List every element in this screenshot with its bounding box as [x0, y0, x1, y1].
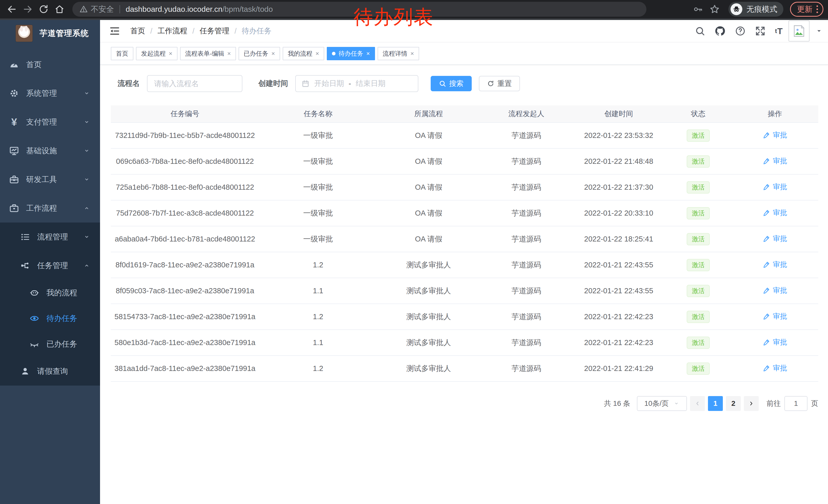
- sidebar-item-task-management[interactable]: 任务管理: [0, 251, 100, 280]
- audit-button[interactable]: 审批: [762, 337, 787, 347]
- chrome-update-button[interactable]: 更新: [790, 2, 823, 17]
- audit-button[interactable]: 审批: [762, 363, 787, 373]
- table-row: 580e1b3d-7ac8-11ec-a9e2-a2380e71991a 1.1…: [111, 330, 818, 356]
- status-badge: 激活: [687, 336, 710, 349]
- page-suffix: 页: [811, 399, 818, 408]
- task-id: 73211d9d-7b9b-11ec-b5b7-acde48001122: [111, 131, 259, 140]
- chevron-down-icon: [83, 119, 90, 126]
- chevron-down-icon: [83, 147, 90, 154]
- date-range-picker[interactable]: 开始日期 - 结束日期: [295, 75, 418, 92]
- process-name: 测试多审批人: [377, 364, 480, 374]
- reset-button[interactable]: 重置: [479, 76, 520, 91]
- search-icon[interactable]: [695, 26, 705, 36]
- close-icon[interactable]: ×: [316, 50, 319, 57]
- col-create-time: 创建时间: [573, 109, 665, 119]
- sidebar-item-dev-tools[interactable]: 研发工具: [0, 165, 100, 194]
- close-icon[interactable]: ×: [227, 50, 231, 57]
- audit-button[interactable]: 审批: [762, 286, 787, 295]
- audit-button[interactable]: 审批: [762, 130, 787, 140]
- process-name: OA 请假: [377, 156, 480, 167]
- tab-home[interactable]: 首页: [111, 47, 133, 60]
- process-name: OA 请假: [377, 182, 480, 192]
- tab-start-process[interactable]: 发起流程 ×: [136, 47, 177, 60]
- app-logo-row[interactable]: 芋道管理系统: [0, 20, 100, 47]
- back-icon[interactable]: [5, 2, 19, 16]
- close-icon[interactable]: ×: [410, 50, 414, 57]
- sidebar-collapse-icon[interactable]: [109, 26, 120, 36]
- process-name: OA 请假: [377, 131, 480, 141]
- sidebar-item-payment[interactable]: ¥ 支付管理: [0, 108, 100, 136]
- sidebar-item-my-process[interactable]: 我的流程: [0, 280, 100, 306]
- page-button-1[interactable]: 1: [708, 396, 723, 411]
- page-button-2[interactable]: 2: [726, 396, 741, 411]
- task-table: 任务编号 任务名称 所属流程 流程发起人 创建时间 状态 操作 73211d9d…: [111, 105, 818, 382]
- password-key-icon[interactable]: [693, 4, 703, 14]
- audit-button[interactable]: 审批: [762, 182, 787, 192]
- sidebar-item-system[interactable]: 系统管理: [0, 79, 100, 108]
- create-time: 2022-01-22 23:53:32: [573, 131, 665, 140]
- page-size-select[interactable]: 10条/页: [637, 396, 687, 411]
- create-time: 2022-01-21 22:43:55: [573, 287, 665, 295]
- url-path: /bpm/task/todo: [222, 5, 273, 13]
- close-icon[interactable]: ×: [366, 50, 370, 57]
- sidebar-item-done-tasks[interactable]: 已办任务: [0, 331, 100, 357]
- audit-button[interactable]: 审批: [762, 156, 787, 166]
- status-badge: 激活: [687, 363, 710, 375]
- sidebar-item-workflow[interactable]: 工作流程: [0, 194, 100, 223]
- process-starter: 芋道源码: [480, 234, 573, 244]
- robot-face-icon: [29, 288, 40, 297]
- fullscreen-icon[interactable]: [755, 26, 766, 36]
- start-date-placeholder[interactable]: 开始日期: [314, 79, 344, 89]
- incognito-icon: [731, 3, 742, 15]
- breadcrumb-home[interactable]: 首页: [130, 26, 145, 36]
- next-page-button[interactable]: [744, 396, 759, 411]
- status-badge: 激活: [687, 311, 710, 323]
- sidebar-item-home[interactable]: 首页: [0, 50, 100, 79]
- create-time: 2022-01-22 21:37:30: [573, 183, 665, 191]
- search-button[interactable]: 搜索: [431, 76, 472, 91]
- close-icon[interactable]: ×: [272, 50, 275, 57]
- text-size-icon[interactable]: tT: [775, 26, 783, 36]
- user-icon: [20, 366, 31, 376]
- table-row: a6aba0a4-7b6d-11ec-b781-acde48001122 一级审…: [111, 226, 818, 252]
- sidebar-item-leave-query[interactable]: 请假查询: [0, 357, 100, 385]
- tab-done-tasks[interactable]: 已办任务 ×: [239, 47, 280, 60]
- prev-page-button[interactable]: [690, 396, 705, 411]
- goto-page-input[interactable]: [784, 396, 808, 411]
- home-icon[interactable]: [52, 2, 67, 16]
- sidebar-item-process-management[interactable]: 流程管理: [0, 223, 100, 251]
- chevron-down-icon: [673, 401, 679, 407]
- end-date-placeholder[interactable]: 结束日期: [356, 79, 385, 89]
- tab-process-detail[interactable]: 流程详情 ×: [378, 47, 419, 60]
- sidebar-item-infrastructure[interactable]: 基础设施: [0, 136, 100, 165]
- breadcrumb-workflow[interactable]: 工作流程: [158, 26, 187, 36]
- avatar-caret-icon[interactable]: [816, 28, 822, 34]
- table-row: 8f0d1619-7ac8-11ec-a9e2-a2380e71991a 1.2…: [111, 252, 818, 278]
- forward-icon[interactable]: [20, 2, 35, 16]
- help-icon[interactable]: [735, 26, 746, 36]
- col-task-name: 任务名称: [259, 109, 377, 119]
- audit-button[interactable]: 审批: [762, 260, 787, 269]
- process-name: OA 请假: [377, 234, 480, 244]
- avatar[interactable]: [788, 20, 810, 42]
- incognito-label: 无痕模式: [746, 4, 777, 15]
- audit-button[interactable]: 审批: [762, 312, 787, 321]
- tab-my-process[interactable]: 我的流程 ×: [283, 47, 324, 60]
- audit-button[interactable]: 审批: [762, 234, 787, 243]
- table-body: 73211d9d-7b9b-11ec-b5b7-acde48001122 一级审…: [111, 123, 818, 382]
- tab-process-form-edit[interactable]: 流程表单-编辑 ×: [180, 47, 236, 60]
- tab-todo-tasks[interactable]: 待办任务 ×: [327, 47, 375, 60]
- process-name-label: 流程名: [118, 79, 140, 89]
- audit-button[interactable]: 审批: [762, 208, 787, 218]
- chrome-menu-icon[interactable]: [817, 5, 818, 13]
- process-name-input[interactable]: [147, 75, 242, 92]
- pen-icon: [762, 313, 770, 320]
- github-icon[interactable]: [714, 26, 726, 37]
- bookmark-star-icon[interactable]: [709, 4, 720, 14]
- sidebar-item-todo-tasks[interactable]: 待办任务: [0, 306, 100, 331]
- pen-icon: [762, 364, 770, 372]
- breadcrumb-task-management[interactable]: 任务管理: [200, 26, 229, 36]
- reload-icon[interactable]: [36, 2, 51, 16]
- close-icon[interactable]: ×: [169, 50, 172, 57]
- status-badge: 激活: [687, 233, 710, 245]
